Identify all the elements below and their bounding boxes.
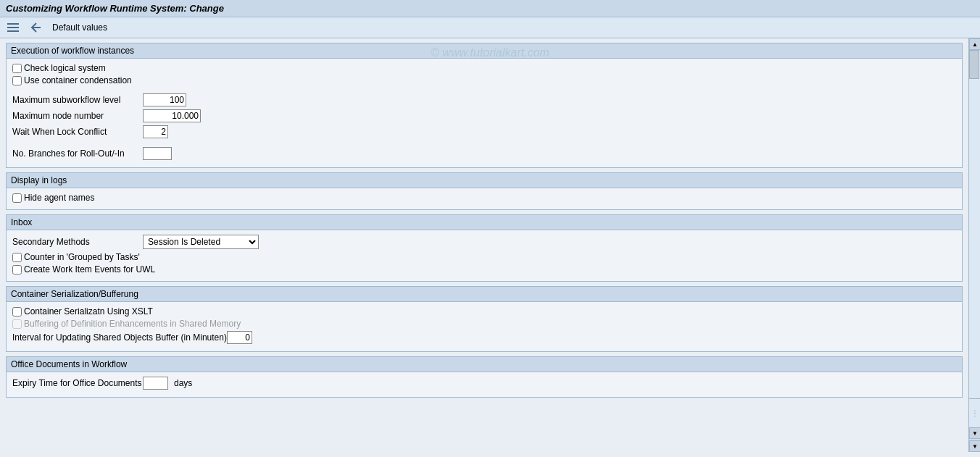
expiry-field-container: days	[143, 377, 192, 390]
max-node-row: Maximum node number	[12, 109, 956, 122]
use-container-checkbox[interactable]	[12, 76, 22, 85]
use-container-label: Use container condensation	[24, 75, 132, 85]
max-subworkflow-row: Maximum subworkflow level	[12, 93, 956, 106]
form-area: Execution of workflow instances Check lo…	[0, 38, 968, 452]
scroll-down-button-2[interactable]: ▼	[969, 440, 980, 452]
max-subworkflow-input[interactable]	[143, 93, 186, 106]
hide-agent-checkbox[interactable]	[12, 193, 22, 203]
title-bar: Customizing Workflow Runtime System: Cha…	[0, 0, 980, 17]
create-work-item-label: Create Work Item Events for UWL	[24, 264, 155, 274]
settings-icon	[7, 21, 20, 34]
section-inbox-body: Secondary Methods Session Is Deleted Nev…	[7, 230, 962, 281]
counter-grouped-label: Counter in 'Grouped by Tasks'	[24, 252, 140, 262]
interval-row: Interval for Updating Shared Objects Buf…	[12, 331, 956, 344]
section-execution: Execution of workflow instances Check lo…	[6, 43, 963, 168]
check-logical-label: Check logical system	[24, 63, 106, 73]
toolbar-icon-2[interactable]	[29, 20, 43, 35]
section-display-logs-header: Display in logs	[7, 173, 962, 188]
hide-agent-label: Hide agent names	[24, 193, 94, 203]
no-branches-input[interactable]	[143, 147, 172, 160]
buffering-checkbox	[12, 319, 22, 329]
section-office-docs: Office Documents in Workflow Expiry Time…	[6, 356, 963, 398]
secondary-methods-label: Secondary Methods	[12, 237, 143, 247]
section-container-header: Container Serialization/Bufferung	[7, 287, 962, 302]
buffering-row: Buffering of Definition Enhancements in …	[12, 319, 956, 329]
max-node-label: Maximum node number	[12, 111, 143, 121]
toolbar-icon-1[interactable]	[6, 20, 20, 35]
expiry-row: Expiry Time for Office Documents days	[12, 377, 956, 390]
default-values-label: Default values	[52, 22, 107, 33]
scroll-thumb[interactable]	[969, 50, 979, 79]
container-xslt-label: Container Serializatn Using XSLT	[24, 306, 153, 316]
check-logical-checkbox[interactable]	[12, 64, 22, 73]
svg-rect-0	[7, 23, 19, 25]
section-container: Container Serialization/Bufferung Contai…	[6, 286, 963, 352]
interval-label: Interval for Updating Shared Objects Buf…	[12, 332, 227, 343]
section-display-logs-body: Hide agent names	[7, 188, 962, 209]
expiry-suffix: days	[174, 378, 192, 388]
wait-lock-label: Wait When Lock Conflict	[12, 127, 143, 137]
create-work-item-row: Create Work Item Events for UWL	[12, 264, 956, 274]
interval-input[interactable]	[227, 331, 252, 344]
container-xslt-checkbox[interactable]	[12, 307, 22, 316]
check-logical-row: Check logical system	[12, 63, 956, 73]
expiry-label: Expiry Time for Office Documents	[12, 378, 143, 388]
counter-grouped-row: Counter in 'Grouped by Tasks'	[12, 252, 956, 262]
main-content: Execution of workflow instances Check lo…	[0, 38, 980, 452]
create-work-item-checkbox[interactable]	[12, 265, 22, 274]
section-inbox-header: Inbox	[7, 215, 962, 230]
svg-rect-2	[7, 30, 19, 32]
scroll-divider: ⋮	[969, 398, 980, 427]
secondary-methods-select[interactable]: Session Is Deleted Never Always	[143, 235, 259, 249]
secondary-methods-row: Secondary Methods Session Is Deleted Nev…	[12, 235, 956, 249]
max-subworkflow-label: Maximum subworkflow level	[12, 95, 143, 105]
expiry-input[interactable]	[143, 377, 168, 390]
max-node-input[interactable]	[143, 109, 201, 122]
svg-rect-1	[7, 27, 19, 28]
counter-grouped-checkbox[interactable]	[12, 253, 22, 262]
use-container-row: Use container condensation	[12, 75, 956, 85]
container-xslt-row: Container Serializatn Using XSLT	[12, 306, 956, 316]
section-execution-header: Execution of workflow instances	[7, 43, 962, 59]
page-title: Customizing Workflow Runtime System: Cha…	[6, 3, 224, 14]
section-office-docs-body: Expiry Time for Office Documents days	[7, 372, 962, 397]
back-icon	[30, 21, 43, 34]
hide-agent-row: Hide agent names	[12, 193, 956, 203]
scroll-track[interactable]	[969, 50, 980, 398]
section-inbox: Inbox Secondary Methods Session Is Delet…	[6, 214, 963, 282]
section-container-body: Container Serializatn Using XSLT Bufferi…	[7, 302, 962, 351]
no-branches-label: No. Branches for Roll-Out/-In	[12, 148, 143, 159]
scrollbar: ▲ ⋮ ▼ ▼	[968, 38, 980, 452]
section-execution-body: Check logical system Use container conde…	[7, 59, 962, 167]
no-branches-row: No. Branches for Roll-Out/-In	[12, 147, 956, 160]
buffering-label: Buffering of Definition Enhancements in …	[24, 319, 241, 329]
scroll-up-button[interactable]: ▲	[969, 38, 980, 50]
section-office-docs-header: Office Documents in Workflow	[7, 357, 962, 372]
wait-lock-input[interactable]	[143, 125, 168, 138]
toolbar: Default values © www.tutorialkart.com	[0, 17, 980, 38]
section-display-logs: Display in logs Hide agent names	[6, 172, 963, 210]
scroll-down-button[interactable]: ▼	[969, 427, 980, 439]
wait-lock-row: Wait When Lock Conflict	[12, 125, 956, 138]
